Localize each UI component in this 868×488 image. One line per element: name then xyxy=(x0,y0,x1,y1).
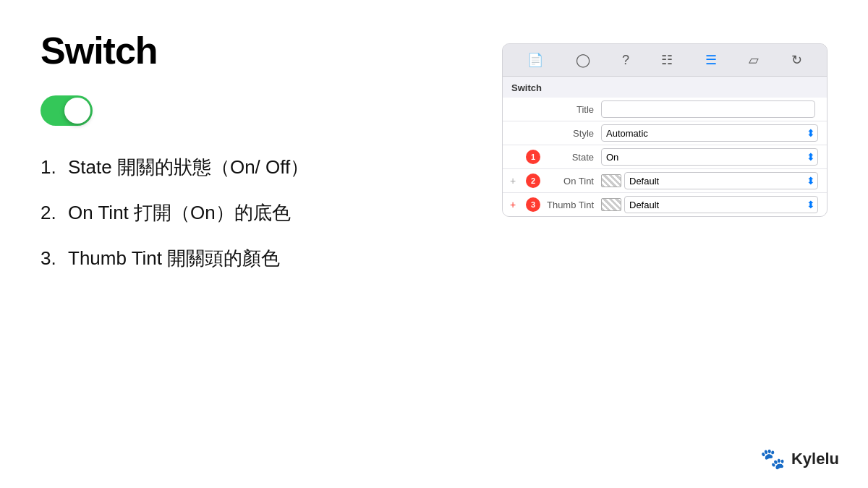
state-select[interactable]: On Off xyxy=(601,148,818,166)
brand-icon: 🐾 xyxy=(760,447,786,471)
state-row: 1 State On Off ⬍ xyxy=(503,145,827,169)
feature-list: 1. State 開關的狀態（On/ Off） 2. On Tint 打開（On… xyxy=(41,155,473,271)
list-text: On Tint 打開（On）的底色 xyxy=(68,200,291,226)
state-select-wrapper: On Off ⬍ xyxy=(601,148,818,166)
inspector-rows: Title Style Automatic xyxy=(503,98,827,216)
ontint-color-preview xyxy=(601,174,621,187)
refresh-icon[interactable]: ↻ xyxy=(787,50,807,70)
main-layout: Switch 1. State 開關的狀態（On/ Off） 2. On Tin… xyxy=(0,0,868,300)
state-value: On Off ⬍ xyxy=(601,148,821,166)
ontint-select-wrapper: Default ⬍ xyxy=(624,172,818,189)
inspector-toolbar: 📄 ◯ ? ☷ ☰ ▱ ↻ xyxy=(503,44,827,77)
page-title: Switch xyxy=(41,29,473,72)
question-icon[interactable]: ? xyxy=(618,51,634,70)
list-text: Thumb Tint 開關頭的顏色 xyxy=(68,246,280,271)
grid-icon[interactable]: ☷ xyxy=(657,50,677,70)
list-num: 2. xyxy=(41,202,62,224)
ontint-label: On Tint xyxy=(543,176,601,187)
ontint-value: Default ⬍ xyxy=(601,172,821,189)
style-select-wrapper: Automatic ⬍ xyxy=(601,124,818,142)
thumbtint-select[interactable]: Default xyxy=(624,196,818,213)
style-select[interactable]: Automatic xyxy=(601,124,818,142)
inspector-box: 📄 ◯ ? ☷ ☰ ▱ ↻ Switch Title xyxy=(502,43,827,217)
doc-icon[interactable]: 📄 xyxy=(523,50,548,70)
list-text: State 開關的狀態（On/ Off） xyxy=(68,155,309,180)
ruler-icon[interactable]: ▱ xyxy=(744,50,763,70)
ontint-row: + 2 On Tint Default ⬍ xyxy=(503,169,827,193)
right-panel: 📄 ◯ ? ☷ ☰ ▱ ↻ Switch Title xyxy=(502,43,827,271)
list-item: 2. On Tint 打開（On）的底色 xyxy=(41,200,473,226)
thumbtint-value: Default ⬍ xyxy=(601,196,821,213)
thumbtint-row: + 3 Thumb Tint Default ⬍ xyxy=(503,193,827,216)
toggle-thumb xyxy=(64,98,90,124)
toggle-container xyxy=(41,95,473,129)
title-input[interactable] xyxy=(601,100,815,118)
ontint-prefix: + xyxy=(503,175,523,187)
thumbtint-prefix: + xyxy=(503,199,523,210)
style-value: Automatic ⬍ xyxy=(601,124,821,142)
inspector-section-title: Switch xyxy=(503,77,827,98)
list-num: 1. xyxy=(41,156,62,179)
left-panel: Switch 1. State 開關的狀態（On/ Off） 2. On Tin… xyxy=(41,29,473,271)
title-value xyxy=(601,100,821,118)
clock-icon[interactable]: ◯ xyxy=(571,50,595,70)
list-num: 3. xyxy=(41,247,62,270)
ontint-select[interactable]: Default xyxy=(624,172,818,189)
thumbtint-select-wrapper: Default ⬍ xyxy=(624,196,818,213)
title-label: Title xyxy=(543,104,601,115)
style-row: Style Automatic ⬍ xyxy=(503,121,827,145)
state-label: State xyxy=(543,152,601,163)
list-item: 3. Thumb Tint 開關頭的顏色 xyxy=(41,246,473,271)
style-label: Style xyxy=(543,128,601,139)
title-row: Title xyxy=(503,98,827,121)
branding: 🐾 Kylelu xyxy=(760,447,839,471)
thumbtint-color-preview xyxy=(601,198,621,211)
thumbtint-badge: 3 xyxy=(526,197,540,212)
toggle-switch[interactable] xyxy=(41,95,93,126)
state-badge: 1 xyxy=(526,150,540,164)
thumbtint-label: Thumb Tint xyxy=(543,200,601,210)
sliders-icon[interactable]: ☰ xyxy=(701,50,721,70)
ontint-badge: 2 xyxy=(526,174,540,188)
list-item: 1. State 開關的狀態（On/ Off） xyxy=(41,155,473,180)
brand-name: Kylelu xyxy=(791,450,839,468)
